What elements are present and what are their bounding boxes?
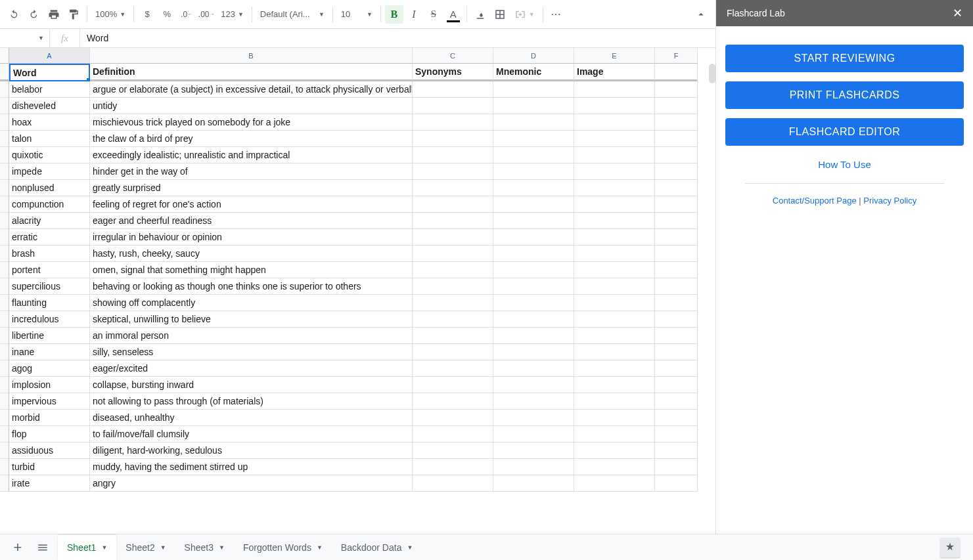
cell-A25[interactable]: turbid: [9, 459, 90, 475]
cell-E24[interactable]: [574, 442, 655, 459]
cell-C15[interactable]: [413, 295, 493, 311]
cell-A24[interactable]: assiduous: [9, 442, 90, 459]
row-header-2[interactable]: [0, 81, 9, 98]
cell-E1[interactable]: Image: [574, 64, 655, 81]
cell-B7[interactable]: hinder get in the way of: [90, 163, 413, 180]
cell-C26[interactable]: [413, 475, 493, 492]
print-button[interactable]: [45, 5, 63, 24]
percent-button[interactable]: %: [158, 5, 176, 24]
cell-D10[interactable]: [493, 213, 574, 229]
cell-C20[interactable]: [413, 377, 493, 393]
cell-F6[interactable]: [655, 147, 698, 163]
row-header-18[interactable]: [0, 344, 9, 360]
cell-F15[interactable]: [655, 295, 698, 311]
redo-button[interactable]: [25, 5, 43, 24]
currency-button[interactable]: $: [138, 5, 156, 24]
cell-F25[interactable]: [655, 459, 698, 475]
cell-B23[interactable]: to fail/move/fall clumsily: [90, 426, 413, 442]
cell-E4[interactable]: [574, 114, 655, 131]
cell-A23[interactable]: flop: [9, 426, 90, 442]
cell-C24[interactable]: [413, 442, 493, 459]
sheet-tab-sheet3[interactable]: Sheet3▼: [175, 535, 234, 560]
cell-C3[interactable]: [413, 98, 493, 114]
cell-E10[interactable]: [574, 213, 655, 229]
cell-A1[interactable]: Word: [9, 64, 90, 81]
row-header-26[interactable]: [0, 475, 9, 492]
cell-F4[interactable]: [655, 114, 698, 131]
cell-E6[interactable]: [574, 147, 655, 163]
zoom-dropdown[interactable]: 100%▼: [91, 5, 129, 24]
number-format-dropdown[interactable]: 123▼: [217, 5, 248, 24]
row-header-21[interactable]: [0, 393, 9, 410]
cell-B24[interactable]: diligent, hard-working, sedulous: [90, 442, 413, 459]
cell-E14[interactable]: [574, 278, 655, 295]
cell-D11[interactable]: [493, 229, 574, 246]
cell-D3[interactable]: [493, 98, 574, 114]
cell-F9[interactable]: [655, 196, 698, 213]
cell-C22[interactable]: [413, 410, 493, 426]
cell-D26[interactable]: [493, 475, 574, 492]
cell-B10[interactable]: eager and cheerful readiness: [90, 213, 413, 229]
cell-C12[interactable]: [413, 246, 493, 262]
cell-A8[interactable]: nonplused: [9, 180, 90, 196]
cell-E25[interactable]: [574, 459, 655, 475]
select-all-corner[interactable]: [0, 48, 9, 64]
cell-E21[interactable]: [574, 393, 655, 410]
cell-F18[interactable]: [655, 344, 698, 360]
cell-E17[interactable]: [574, 328, 655, 344]
cell-E23[interactable]: [574, 426, 655, 442]
italic-button[interactable]: I: [405, 5, 423, 24]
merge-cells-button[interactable]: ▼: [510, 5, 539, 24]
cell-C2[interactable]: [413, 81, 493, 98]
cell-D13[interactable]: [493, 262, 574, 278]
cell-C16[interactable]: [413, 311, 493, 328]
cell-A4[interactable]: hoax: [9, 114, 90, 131]
print-flashcards-button[interactable]: PRINT FLASHCARDS: [725, 81, 964, 109]
cell-C19[interactable]: [413, 360, 493, 377]
cell-B22[interactable]: diseased, unhealthy: [90, 410, 413, 426]
cell-E3[interactable]: [574, 98, 655, 114]
cell-A22[interactable]: morbid: [9, 410, 90, 426]
row-header-3[interactable]: [0, 98, 9, 114]
cell-F17[interactable]: [655, 328, 698, 344]
cell-D18[interactable]: [493, 344, 574, 360]
cell-E13[interactable]: [574, 262, 655, 278]
row-header-19[interactable]: [0, 360, 9, 377]
cell-E12[interactable]: [574, 246, 655, 262]
borders-button[interactable]: [491, 5, 509, 24]
cell-E22[interactable]: [574, 410, 655, 426]
cell-C8[interactable]: [413, 180, 493, 196]
cell-E8[interactable]: [574, 180, 655, 196]
cell-A7[interactable]: impede: [9, 163, 90, 180]
explore-button[interactable]: [940, 538, 960, 557]
cell-B9[interactable]: feeling of regret for one's action: [90, 196, 413, 213]
cell-D12[interactable]: [493, 246, 574, 262]
cell-F20[interactable]: [655, 377, 698, 393]
row-header-25[interactable]: [0, 459, 9, 475]
cell-F13[interactable]: [655, 262, 698, 278]
column-header-B[interactable]: B: [90, 48, 413, 64]
column-header-F[interactable]: F: [655, 48, 698, 64]
cell-F12[interactable]: [655, 246, 698, 262]
row-header-11[interactable]: [0, 229, 9, 246]
cell-A16[interactable]: incredulous: [9, 311, 90, 328]
cell-A18[interactable]: inane: [9, 344, 90, 360]
cell-D16[interactable]: [493, 311, 574, 328]
cell-F10[interactable]: [655, 213, 698, 229]
cell-C14[interactable]: [413, 278, 493, 295]
cell-E19[interactable]: [574, 360, 655, 377]
cell-F7[interactable]: [655, 163, 698, 180]
cell-B14[interactable]: behaving or looking as though one thinks…: [90, 278, 413, 295]
row-header-12[interactable]: [0, 246, 9, 262]
cell-E2[interactable]: [574, 81, 655, 98]
privacy-policy-link[interactable]: Privacy Policy: [863, 196, 916, 205]
increase-decimal-button[interactable]: .00→: [197, 5, 215, 24]
cell-A15[interactable]: flaunting: [9, 295, 90, 311]
cell-D2[interactable]: [493, 81, 574, 98]
row-header-22[interactable]: [0, 410, 9, 426]
cell-F8[interactable]: [655, 180, 698, 196]
row-header-6[interactable]: [0, 147, 9, 163]
row-header-4[interactable]: [0, 114, 9, 131]
sheet-tab-sheet1[interactable]: Sheet1▼: [58, 535, 116, 560]
cell-F1[interactable]: [655, 64, 698, 81]
